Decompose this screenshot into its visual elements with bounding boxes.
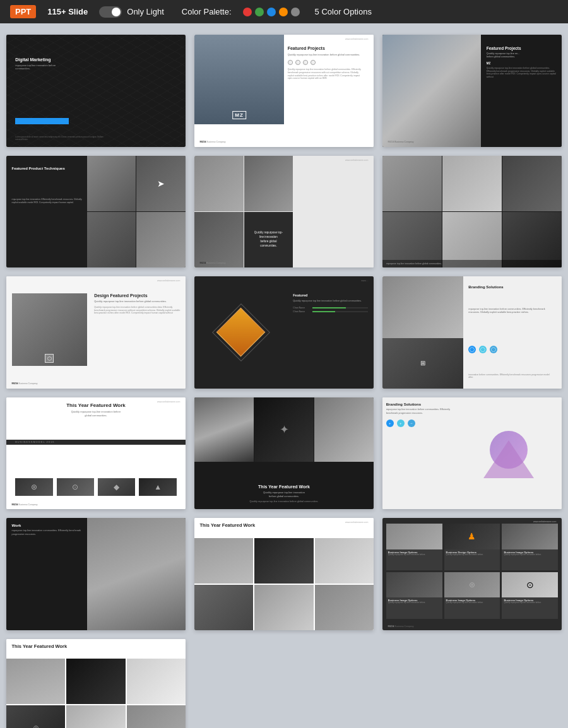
slide5-photo-grid: Quickly repurpose top-line innovationbef…	[194, 156, 293, 268]
toggle-knob	[112, 8, 121, 16]
slide-8[interactable]: Featured Quickly repurpose top line inno…	[194, 276, 374, 389]
slide7-left-img: ⬡	[12, 293, 87, 366]
slide5-url: www.websitename.com	[345, 159, 369, 161]
slide-16[interactable]: This Year Featured Work ⊕	[6, 639, 186, 729]
slide9-icons: ◯ ◯ ◯	[468, 346, 497, 353]
color-dot-orange[interactable]	[279, 8, 288, 16]
color-dot-green[interactable]	[255, 8, 264, 16]
slide2-footer: MIZA Business Company	[200, 140, 226, 143]
slide-2[interactable]: www.websitename.com MZ Featured Projects…	[194, 35, 374, 147]
slide6-overlay: repurpose top-line innovation before glo…	[382, 260, 562, 267]
toggle-wrap[interactable]: Only Light	[99, 6, 164, 18]
slide15-options-grid: Business Image Options Quickly repurpose…	[386, 524, 559, 619]
slide5-footer: MIZA Business Company	[200, 261, 226, 264]
slide-11[interactable]: ✦ This Year Featured Work Quickly repurp…	[194, 397, 374, 510]
slide-9[interactable]: ⊞ Branding Solutions repurpose top-line …	[382, 276, 562, 389]
slide13-left: Work repurpose top-line innovation commu…	[12, 524, 84, 536]
slide-6[interactable]: repurpose top-line innovation before glo…	[382, 156, 562, 268]
slide-3[interactable]: Featured Projects Quickly repurpose top-…	[382, 35, 562, 147]
only-light-label: Only Light	[127, 7, 164, 16]
slide4-img-grid: ➤	[87, 156, 186, 268]
wave-overlay	[6, 35, 186, 147]
slide2-img: MZ	[194, 35, 284, 124]
slide13-img-right	[87, 518, 186, 630]
only-light-toggle[interactable]	[99, 6, 122, 18]
slide-7[interactable]: www.websitename.com ⬡ Design Featured Pr…	[6, 276, 186, 389]
slide7-right: Design Featured Projects Quickly repurpo…	[94, 293, 180, 315]
slide-1[interactable]: Digital Marketing repurpose top-line inn…	[6, 35, 186, 147]
slide14-mosaic	[194, 538, 374, 630]
slide1-content: Digital Marketing repurpose top-line inn…	[15, 57, 66, 71]
color-palette-label: Color Palette:	[182, 7, 232, 16]
slide1-text-extra: Lorem ipsum dolor sit amet consectetur a…	[15, 136, 122, 141]
slide10-img-row: ⊛ ⊙ ◆ ▲	[15, 478, 177, 496]
slide-12[interactable]: Branding Solutions repurpose top-line in…	[382, 397, 562, 510]
slide-14[interactable]: www.websitename.com This Year Featured W…	[194, 518, 374, 630]
slide4-body: repurpose top-line innovation. Efficient…	[12, 198, 84, 204]
slide1-title: Digital Marketing	[15, 57, 66, 62]
slide8-url: www....	[361, 279, 368, 282]
color-dots	[243, 8, 300, 16]
slide-13[interactable]: Work repurpose top-line innovation commu…	[6, 518, 186, 630]
slide12-left: Branding Solutions repurpose top-line in…	[386, 402, 458, 426]
slide7-url: www.websitename.com	[157, 279, 180, 282]
slide9-extra: innovation before communities. Efficient…	[468, 373, 551, 380]
slide11-bottom: This Year Featured Work Quickly repurpos…	[203, 484, 365, 503]
slide15-url: www.websitename.com	[533, 520, 557, 523]
slide3-right: Featured Projects Quickly repurpose top-…	[487, 46, 559, 79]
color-dot-gray[interactable]	[291, 8, 300, 16]
slide9-left: ⊞	[382, 276, 463, 389]
color-dot-red[interactable]	[243, 8, 252, 16]
top-bar: PPT 115+ Slide Only Light Color Palette:…	[0, 0, 568, 23]
slide-5[interactable]: Quickly repurpose top-line innovationbef…	[194, 156, 374, 268]
slide1-blue-box	[15, 118, 69, 124]
slide15-footer: MIZA Business Company	[388, 625, 414, 628]
slide3-footer: MIZA Business Company	[388, 140, 414, 143]
slide10-dark-bar: BUSINESSMODEL 2016	[6, 440, 186, 445]
slide8-diamond-wrap	[203, 293, 278, 372]
slide2-mz-logo: MZ	[232, 111, 246, 119]
slide7-footer: MIZA Business Company	[12, 382, 38, 385]
slide12-abstract	[459, 402, 558, 503]
slide1-body: repurpose top-line innovation before com…	[15, 64, 66, 71]
slide9-body: repurpose top-line innovation before com…	[468, 308, 551, 315]
slide6-collage	[382, 156, 562, 268]
slide9-title: Branding Solutions	[468, 285, 551, 289]
ppt-badge: PPT	[10, 5, 36, 18]
color-options-label: 5 Color Options	[315, 7, 372, 16]
slide-4[interactable]: Featured Product Techniques repurpose to…	[6, 156, 186, 268]
slide-10[interactable]: www.websitename.com This Year Featured W…	[6, 397, 186, 510]
slide2-url: www.websitename.com	[345, 38, 369, 40]
slides-grid: Digital Marketing repurpose top-line inn…	[0, 23, 568, 728]
slide3-img	[382, 35, 481, 147]
slide16-title: This Year Featured Work	[12, 643, 68, 649]
slide-15[interactable]: www.websitename.com Business Image Optio…	[382, 518, 562, 630]
slide10-header: This Year Featured Work Quickly repurpos…	[6, 402, 186, 418]
color-dot-blue[interactable]	[267, 8, 276, 16]
slide14-title: This Year Featured Work	[200, 522, 369, 528]
slide8-right: Featured Quickly repurpose top line inno…	[293, 293, 368, 315]
slide11-photo-grid: ✦	[194, 397, 374, 462]
slide10-footer: MIZA Business Company	[12, 503, 38, 506]
slide16-mosaic: ⊕	[6, 659, 186, 728]
slide2-right: Featured Projects Quickly repurpose top-…	[288, 46, 370, 81]
slide-count: 115+ Slide	[47, 7, 88, 16]
slide4-title: Featured Product Techniques	[12, 167, 84, 170]
